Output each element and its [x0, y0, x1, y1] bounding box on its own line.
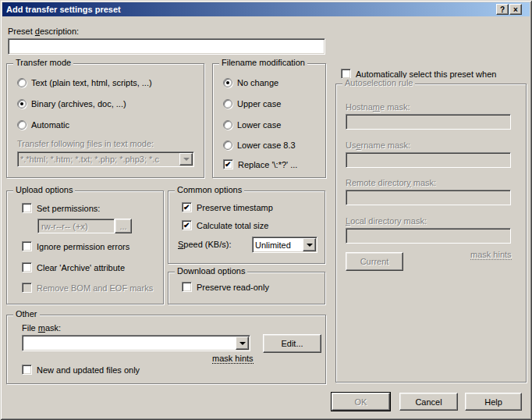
preset-description-input[interactable] — [8, 38, 325, 55]
dropdown-button[interactable] — [236, 336, 249, 350]
filename-replace-checkbox-row[interactable]: Replace '\:*?' ... — [223, 159, 297, 169]
filename-no-change-radio[interactable]: No change — [223, 78, 278, 87]
ignore-permission-errors-checkbox-row[interactable]: Ignore permission errors — [22, 241, 129, 251]
checkbox-icon[interactable] — [223, 159, 233, 169]
transfer-mode-text-radio[interactable]: Text (plain text, html, scripts, ...) — [17, 78, 152, 87]
speed-value: Unlimited — [253, 237, 302, 252]
filename-lower-case-label: Lower case — [237, 120, 281, 130]
radio-icon[interactable] — [17, 120, 27, 130]
speed-label: Speed (KB/s): — [178, 240, 231, 249]
filename-modification-group-title: Filename modification — [219, 58, 307, 67]
set-permissions-label: Set permissions: — [37, 204, 100, 213]
cancel-button[interactable]: Cancel — [399, 393, 458, 411]
help-button[interactable]: ? — [496, 4, 509, 15]
local-directory-mask-field — [346, 228, 511, 244]
current-button: Current — [346, 252, 403, 271]
preserve-timestamp-label: Preserve timestamp — [197, 203, 273, 212]
username-mask-label: Username mask: — [346, 141, 410, 150]
transfer-mode-automatic-radio[interactable]: Automatic — [17, 120, 69, 130]
permissions-field: rw-r--r-- (+x) — [37, 219, 115, 233]
radio-icon[interactable] — [223, 141, 232, 150]
radio-icon[interactable] — [223, 99, 232, 109]
auto-select-preset-label: Automatically select this preset when — [356, 69, 496, 79]
filename-lower-case-radio[interactable]: Lower case — [223, 120, 281, 130]
transfer-mode-binary-label: Binary (archives, doc, ...) — [31, 99, 126, 109]
ok-button: OK — [332, 393, 390, 411]
autoselection-rule-group-title: Autoselection rule — [342, 78, 415, 87]
checkbox-icon[interactable] — [182, 202, 192, 212]
transfer-mode-binary-radio[interactable]: Binary (archives, doc, ...) — [17, 99, 126, 109]
dropdown-button[interactable] — [303, 238, 316, 251]
file-mask-value — [23, 336, 235, 351]
close-button[interactable]: × — [509, 4, 522, 15]
hostname-mask-label: Hostname mask: — [346, 102, 410, 112]
set-permissions-checkbox-row[interactable]: Set permissions: — [22, 203, 100, 213]
remove-bom-label: Remove BOM and EOF marks — [37, 283, 153, 293]
preserve-timestamp-checkbox-row[interactable]: Preserve timestamp — [182, 202, 273, 212]
text-mode-files-value: *.*html; *.htm; *.txt; *.php; *.php3; *.… — [18, 152, 179, 166]
filename-lower-case-83-radio[interactable]: Lower case 8.3 — [223, 141, 296, 150]
filename-upper-case-radio[interactable]: Upper case — [223, 99, 281, 109]
checkbox-icon[interactable] — [22, 203, 32, 213]
window-title: Add transfer settings preset — [2, 5, 121, 14]
edit-button-label: Edit... — [281, 339, 303, 348]
common-options-group-title: Common options — [175, 185, 244, 194]
help-button-bottom[interactable]: Help — [465, 393, 522, 411]
new-and-updated-checkbox-row[interactable]: New and updated files only — [22, 365, 140, 375]
ellipsis-icon: ... — [119, 222, 126, 231]
titlebar[interactable]: Add transfer settings preset ? × — [2, 2, 530, 16]
filename-upper-case-label: Upper case — [237, 99, 281, 109]
file-mask-label: File mask: — [22, 323, 61, 333]
preserve-read-only-checkbox-row[interactable]: Preserve read-only — [182, 282, 269, 292]
transfer-mode-text-label: Text (plain text, html, scripts, ...) — [31, 78, 152, 87]
help-button-label: Help — [484, 397, 502, 407]
filename-no-change-label: No change — [237, 78, 278, 87]
radio-icon[interactable] — [17, 78, 27, 87]
checkbox-icon[interactable] — [22, 262, 32, 272]
permissions-value: rw-r--r-- (+x) — [41, 222, 88, 231]
speed-combo[interactable]: Unlimited — [252, 237, 317, 253]
cancel-button-label: Cancel — [415, 397, 442, 407]
text-mode-files-label: Transfer following files in text mode: — [17, 139, 154, 148]
text-mode-files-combo: *.*html; *.htm; *.txt; *.php; *.php3; *.… — [17, 151, 194, 167]
filename-replace-label: Replace '\:*?' ... — [238, 160, 297, 169]
chevron-down-icon — [183, 158, 190, 164]
calculate-total-size-checkbox-row[interactable]: Calculate total size — [182, 220, 268, 230]
other-group-title: Other — [13, 309, 40, 319]
filename-lower-case-83-label: Lower case 8.3 — [237, 141, 296, 150]
remote-directory-mask-field — [346, 190, 511, 205]
file-mask-combo[interactable] — [22, 335, 250, 351]
permissions-browse-button: ... — [115, 219, 132, 233]
radio-icon[interactable] — [17, 99, 27, 109]
remote-directory-mask-label: Remote directory mask: — [346, 178, 436, 187]
clear-archive-label: Clear 'Archive' attribute — [37, 263, 125, 272]
edit-button[interactable]: Edit... — [263, 334, 321, 353]
download-options-group-title: Download options — [175, 266, 247, 276]
ok-button-label: OK — [355, 397, 367, 407]
clear-archive-checkbox-row[interactable]: Clear 'Archive' attribute — [22, 262, 125, 272]
radio-icon[interactable] — [223, 120, 232, 130]
calculate-total-size-label: Calculate total size — [197, 221, 268, 230]
mask-hints-link-label: mask hints — [212, 354, 254, 363]
chevron-down-icon — [239, 342, 246, 348]
upload-options-group-title: Upload options — [13, 185, 75, 194]
mask-hints-link-label: mask hints — [470, 250, 512, 259]
radio-icon[interactable] — [223, 78, 232, 87]
chevron-down-icon — [307, 244, 313, 250]
mask-hints-link-autoselect: mask hints — [470, 250, 512, 260]
transfer-mode-group-title: Transfer mode — [13, 58, 73, 67]
local-directory-mask-label: Local directory mask: — [346, 216, 427, 226]
add-transfer-settings-preset-dialog: Add transfer settings preset ? × Preset … — [0, 0, 532, 420]
checkbox-icon[interactable] — [182, 282, 192, 292]
preserve-read-only-label: Preserve read-only — [197, 283, 269, 292]
checkbox-icon[interactable] — [22, 365, 32, 375]
preset-description-label: Preset description: — [8, 27, 79, 36]
close-icon: × — [513, 5, 518, 14]
checkbox-icon — [22, 283, 32, 293]
current-button-label: Current — [360, 257, 389, 266]
checkbox-icon[interactable] — [22, 241, 32, 251]
checkbox-icon[interactable] — [182, 220, 192, 230]
mask-hints-link[interactable]: mask hints — [212, 354, 254, 364]
new-and-updated-label: New and updated files only — [37, 365, 140, 375]
dropdown-button — [179, 153, 193, 166]
